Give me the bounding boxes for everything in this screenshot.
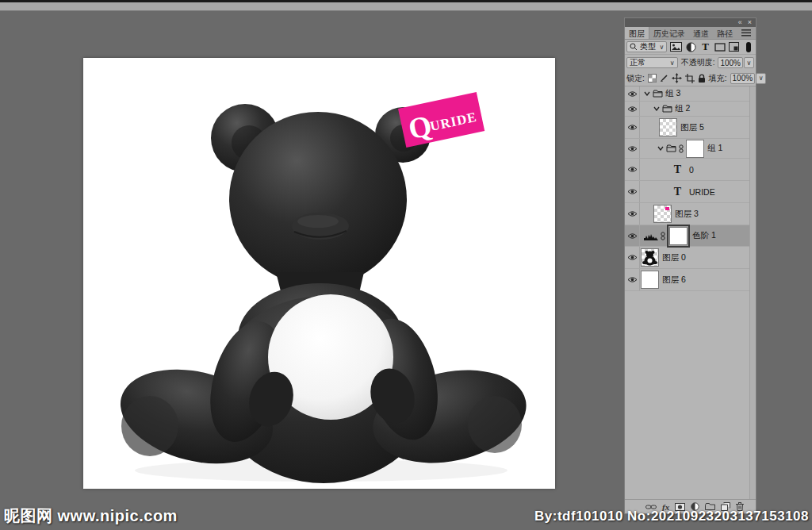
panel-menu-icon[interactable] — [737, 27, 756, 39]
filter-toggle-icon[interactable] — [743, 41, 754, 53]
indent-spacer — [640, 127, 659, 128]
text-layer-icon: T — [668, 163, 687, 176]
visibility-toggle-icon[interactable] — [625, 225, 640, 246]
folder-icon — [653, 90, 663, 98]
folder-icon — [666, 144, 676, 152]
mask-thumbnail[interactable] — [669, 227, 688, 245]
visibility-toggle-icon[interactable] — [625, 139, 640, 158]
layer-label: URIDE — [689, 187, 715, 197]
layer-thumbnail[interactable] — [653, 205, 672, 223]
layer-row[interactable]: 组 1 — [625, 139, 750, 159]
document-canvas[interactable]: Q URIDE — [83, 58, 555, 489]
fill-label: 填充: — [709, 73, 727, 84]
layer-label: 图层 0 — [662, 252, 686, 263]
pink-mark — [665, 207, 669, 210]
visibility-toggle-icon[interactable] — [625, 159, 640, 180]
tab-layers[interactable]: 图层 — [625, 27, 649, 39]
layer-label: 0 — [689, 165, 694, 175]
lock-paint-icon[interactable] — [660, 72, 668, 84]
chevron-down-icon: ∨ — [670, 60, 675, 67]
layer-label: 色阶 1 — [692, 230, 716, 241]
pixel-filter-icon[interactable] — [670, 41, 682, 53]
visibility-toggle-icon[interactable] — [625, 102, 640, 116]
lock-all-icon[interactable] — [698, 72, 706, 84]
lock-artboard-icon[interactable] — [685, 72, 695, 84]
expander-icon[interactable] — [653, 106, 660, 111]
visibility-toggle-icon[interactable] — [625, 181, 640, 202]
adjustment-filter-icon[interactable] — [685, 41, 696, 53]
layer-row[interactable]: 组 2 — [625, 102, 750, 117]
layer-label: 组 2 — [675, 103, 690, 114]
indent-spacer — [640, 213, 653, 214]
visibility-toggle-icon[interactable] — [625, 86, 640, 101]
filter-row: 类型 ∨ T — [625, 40, 756, 55]
sticker: Q URIDE — [398, 92, 485, 148]
layer-row[interactable]: 图层 3 — [625, 203, 750, 225]
blend-mode-dropdown[interactable]: 正常 ∨ — [626, 57, 678, 68]
lock-transparent-icon[interactable] — [648, 72, 657, 84]
fill-chevron-icon[interactable]: ∨ — [756, 73, 766, 84]
layer-row[interactable]: 图层 6 — [625, 269, 750, 291]
expander-icon[interactable] — [657, 146, 664, 151]
opacity-chevron-icon[interactable]: ∨ — [744, 57, 754, 68]
link-icon — [679, 144, 684, 153]
layer-label: 图层 6 — [662, 275, 686, 286]
layer-thumbnail[interactable] — [686, 140, 704, 158]
levels-histogram-icon — [644, 232, 658, 240]
tab-history[interactable]: 历史记录 — [649, 27, 689, 39]
lock-position-icon[interactable] — [672, 72, 682, 84]
layer-label: 图层 5 — [680, 122, 704, 133]
bear-artwork: Q URIDE — [83, 58, 555, 489]
visibility-toggle-icon[interactable] — [625, 247, 640, 268]
visibility-toggle-icon[interactable] — [625, 117, 640, 138]
opacity-input[interactable]: 100% — [718, 57, 743, 68]
search-icon — [630, 43, 638, 51]
type-filter-icon[interactable]: T — [699, 41, 710, 53]
layer-row[interactable]: 色阶 1 — [625, 225, 750, 247]
panel-titlebar: « × — [625, 18, 756, 27]
shape-filter-icon[interactable] — [714, 41, 726, 53]
layer-row[interactable]: 图层 5 — [625, 117, 750, 139]
indent-spacer — [640, 109, 653, 109]
layer-thumbnail[interactable] — [641, 248, 659, 267]
collapse-panel-icon[interactable]: « — [738, 19, 742, 26]
tab-channels[interactable]: 通道 — [689, 27, 713, 39]
visibility-toggle-icon[interactable] — [625, 269, 640, 290]
smart-object-filter-icon[interactable] — [729, 41, 740, 53]
layer-label: 图层 3 — [675, 209, 699, 220]
opacity-label: 不透明度: — [681, 57, 715, 68]
layer-row[interactable]: TURIDE — [625, 181, 750, 203]
filter-type-dropdown[interactable]: 类型 ∨ — [626, 41, 667, 52]
chevron-down-icon: ∨ — [659, 44, 664, 51]
indent-spacer — [640, 169, 668, 170]
fill-input[interactable]: 100% — [730, 73, 756, 84]
panel-tabs: 图层 历史记录 通道 路径 — [625, 27, 756, 40]
toolbar-strip — [0, 2, 812, 11]
layers-list: 组 3组 2图层 5组 1T0TURIDE图层 3色阶 1图层 0图层 6 — [625, 86, 750, 291]
layer-row[interactable]: T0 — [625, 159, 750, 181]
visibility-toggle-icon[interactable] — [625, 203, 640, 225]
blend-row: 正常 ∨ 不透明度: 100% ∨ — [625, 55, 756, 71]
site-watermark: 昵图网 www.nipic.com — [4, 505, 178, 527]
layer-row[interactable]: 图层 0 — [625, 247, 750, 269]
layer-label: 组 3 — [665, 88, 680, 99]
photoshop-window: Q URIDE « × 图层 历史记录 通道 路径 类型 ∨ — [0, 0, 812, 530]
link-icon — [661, 232, 665, 240]
layer-label: 组 1 — [707, 143, 722, 154]
layer-thumbnail[interactable] — [641, 271, 659, 289]
tab-paths[interactable]: 路径 — [713, 27, 737, 39]
scrollbar[interactable] — [749, 86, 756, 499]
indent-spacer — [640, 148, 657, 149]
layers-panel: « × 图层 历史记录 通道 路径 类型 ∨ T — [624, 17, 756, 514]
lock-label: 锁定: — [626, 73, 645, 84]
close-panel-icon[interactable]: × — [748, 19, 752, 26]
layer-thumbnail[interactable] — [659, 118, 677, 136]
folder-icon — [662, 105, 672, 113]
indent-spacer — [640, 191, 668, 192]
lock-row: 锁定: 填充: 100% ∨ — [625, 71, 756, 86]
id-watermark: By:tdf101010 No:20210923203137153108 — [534, 509, 809, 524]
expander-icon[interactable] — [644, 91, 650, 96]
text-layer-icon: T — [668, 186, 687, 198]
layer-row[interactable]: 组 3 — [625, 86, 750, 102]
